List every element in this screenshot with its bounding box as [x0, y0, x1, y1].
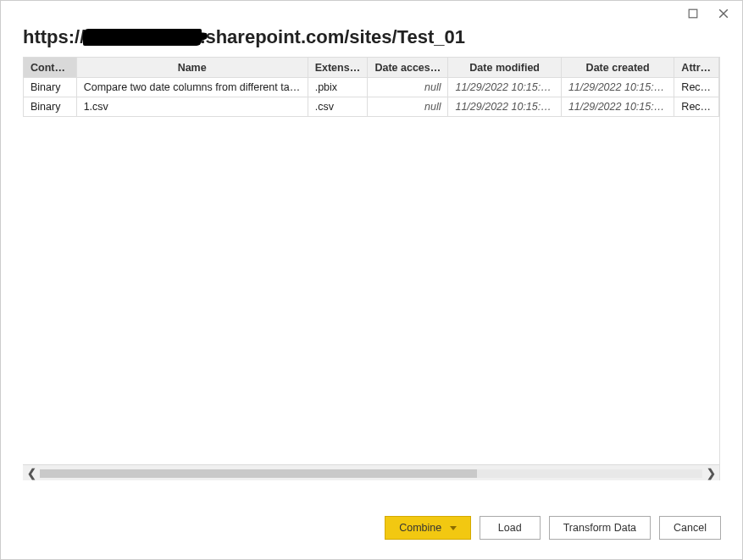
- cell-accessed: null: [368, 78, 448, 97]
- maximize-icon[interactable]: [679, 3, 707, 24]
- redacted-segment: [83, 29, 202, 46]
- cell-attr: Record: [674, 78, 719, 97]
- cancel-button[interactable]: Cancel: [659, 516, 721, 540]
- cell-content: Binary: [24, 78, 77, 97]
- col-header-name[interactable]: Name: [76, 58, 308, 78]
- col-header-content[interactable]: Content: [24, 58, 77, 78]
- transform-button[interactable]: Transform Data: [549, 516, 651, 540]
- col-header-attr[interactable]: Attributes: [674, 58, 719, 78]
- combine-label: Combine: [399, 522, 441, 534]
- cell-modified: 11/29/2022 10:15:47 AM: [448, 97, 561, 117]
- cell-created: 11/29/2022 10:15:47 AM: [561, 97, 674, 117]
- data-preview: Content Name Extension Date accessed Dat…: [23, 57, 720, 480]
- combine-button[interactable]: Combine: [385, 516, 471, 540]
- table-row[interactable]: Binary 1.csv .csv null 11/29/2022 10:15:…: [24, 97, 719, 117]
- cell-accessed: null: [368, 97, 448, 117]
- svg-rect-0: [689, 9, 697, 18]
- dialog-buttons: Combine Load Transform Data Cancel: [385, 516, 721, 540]
- cell-name: Compare two date columns from different …: [76, 78, 308, 97]
- cell-attr: Record: [674, 97, 719, 117]
- titlebar: [1, 1, 742, 26]
- cell-ext: .csv: [308, 97, 368, 117]
- cell-modified: 11/29/2022 10:15:27 AM: [448, 78, 561, 97]
- load-button[interactable]: Load: [480, 516, 541, 540]
- chevron-right-icon[interactable]: ❯: [702, 467, 719, 480]
- col-header-ext[interactable]: Extension: [308, 58, 368, 78]
- close-icon[interactable]: [710, 3, 737, 24]
- page-title: https:// .sharepoint.com/sites/Test_01: [1, 26, 742, 57]
- scrollbar-thumb[interactable]: [40, 469, 477, 478]
- chevron-left-icon[interactable]: ❮: [23, 467, 40, 480]
- col-header-modified[interactable]: Date modified: [448, 58, 561, 78]
- cell-name: 1.csv: [76, 97, 308, 117]
- scrollbar-track[interactable]: [40, 469, 702, 478]
- preview-table[interactable]: Content Name Extension Date accessed Dat…: [23, 57, 719, 117]
- col-header-created[interactable]: Date created: [561, 58, 674, 78]
- cell-ext: .pbix: [308, 78, 368, 97]
- table-row[interactable]: Binary Compare two date columns from dif…: [24, 78, 719, 97]
- cell-content: Binary: [24, 97, 77, 117]
- horizontal-scrollbar[interactable]: ❮ ❯: [23, 465, 719, 480]
- caret-down-icon: [450, 526, 457, 530]
- title-prefix: https://: [23, 26, 85, 48]
- title-suffix: .sharepoint.com/sites/Test_01: [200, 26, 465, 48]
- col-header-accessed[interactable]: Date accessed: [368, 58, 448, 78]
- cell-created: 11/29/2022 10:15:27 AM: [561, 78, 674, 97]
